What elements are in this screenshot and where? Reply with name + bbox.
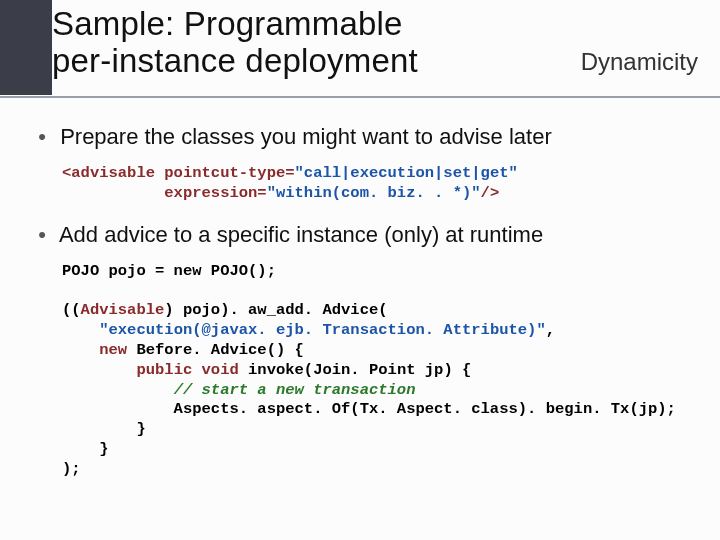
header-divider [0,96,720,98]
page-title: Sample: Programmable per-instance deploy… [52,6,418,80]
code2-l3b: Advisable [81,301,165,319]
bullet-2: • Add advice to a specific instance (onl… [30,222,700,248]
code2-l5b: new [99,341,127,359]
code1-l1b: "call|execution|set|get" [295,164,518,182]
code2-l6c: invoke(Join. Point jp) { [239,361,472,379]
code2-l11: ); [62,460,81,478]
code1-l1a: <advisable pointcut-type= [62,164,295,182]
code2-l9: } [62,420,146,438]
code2-l5a [62,341,99,359]
code1-l2c: /> [481,184,500,202]
code2-l6a [62,361,136,379]
title-line1: Sample: Programmable [52,5,403,42]
bullet-dot-icon: • [30,124,54,150]
bullet-1: • Prepare the classes you might want to … [30,124,700,150]
page-subtitle: Dynamicity [581,48,700,80]
code1-l2a: expression= [62,184,267,202]
code2-l4c: , [546,321,555,339]
code-block-1: <advisable pointcut-type="call|execution… [62,164,700,204]
code2-l6b: public void [136,361,238,379]
header: Sample: Programmable per-instance deploy… [52,6,700,80]
code2-l3a: (( [62,301,81,319]
bullet-dot-icon: • [30,222,54,248]
code2-l7a [62,381,174,399]
code2-l3c: ) pojo). aw_add. Advice( [164,301,387,319]
code2-l4b: "execution(@javax. ejb. Transaction. Att… [99,321,545,339]
code2-l7b: // start a new transaction [174,381,416,399]
code-block-2: POJO pojo = new POJO(); ((Advisable) poj… [62,262,700,480]
code2-l1: POJO pojo = new POJO(); [62,262,276,280]
code2-l4a [62,321,99,339]
bullet-1-text: Prepare the classes you might want to ad… [60,124,552,149]
bullet-2-text: Add advice to a specific instance (only)… [59,222,543,247]
code2-l8: Aspects. aspect. Of(Tx. Aspect. class). … [62,400,676,418]
header-side-bar [0,0,52,95]
code2-l10: } [62,440,109,458]
code1-l2b: "within(com. biz. . *)" [267,184,481,202]
code2-l5c: Before. Advice() { [127,341,304,359]
slide: Sample: Programmable per-instance deploy… [0,0,720,540]
title-line2: per-instance deployment [52,42,418,79]
slide-body: • Prepare the classes you might want to … [30,116,700,498]
